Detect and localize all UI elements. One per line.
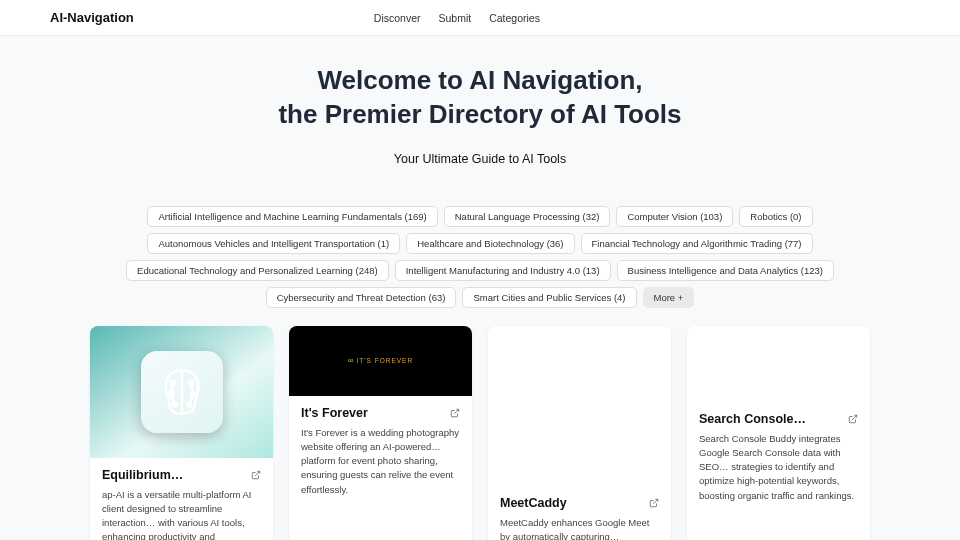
nav-discover[interactable]: Disconver bbox=[374, 12, 421, 24]
category-tag[interactable]: Smart Cities and Public Services (4) bbox=[462, 287, 636, 308]
category-tag[interactable]: Financial Technology and Algorithmic Tra… bbox=[581, 233, 813, 254]
external-link-icon[interactable] bbox=[848, 414, 858, 424]
nav-submit[interactable]: Submit bbox=[438, 12, 471, 24]
hero: Welcome to AI Navigation, the Premier Di… bbox=[0, 36, 960, 178]
header: AI-Navigation Disconver Submit Categorie… bbox=[0, 0, 960, 36]
tool-description: Search Console Buddy integrates Google S… bbox=[699, 432, 858, 503]
tool-thumbnail bbox=[488, 326, 671, 486]
category-tag[interactable]: Business Intelligence and Data Analytics… bbox=[617, 260, 834, 281]
category-tag[interactable]: Autonomous Vehicles and Intelligent Tran… bbox=[147, 233, 400, 254]
tool-title: It's Forever bbox=[301, 406, 368, 420]
title-line-2: the Premier Directory of AI Tools bbox=[278, 99, 681, 129]
brand[interactable]: AI-Navigation bbox=[50, 10, 134, 25]
page-title: Welcome to AI Navigation, the Premier Di… bbox=[0, 64, 960, 132]
nav-categories[interactable]: Categories bbox=[489, 12, 540, 24]
category-tags: Artificial Intelligence and Machine Lear… bbox=[80, 206, 880, 308]
category-tag[interactable]: Intelligent Manufacturing and Industry 4… bbox=[395, 260, 611, 281]
category-tag[interactable]: Natural Language Processing (32) bbox=[444, 206, 611, 227]
tool-description: MeetCaddy enhances Google Meet by automa… bbox=[500, 516, 659, 540]
tool-description: ap-AI is a versatile multi-platform AI c… bbox=[102, 488, 261, 540]
tool-card[interactable]: ∞ IT'S FOREVER It's Forever It's Forever… bbox=[289, 326, 472, 540]
tool-card[interactable]: Equilibrium… ap-AI is a versatile multi-… bbox=[90, 326, 273, 540]
title-line-1: Welcome to AI Navigation, bbox=[317, 65, 642, 95]
tool-card[interactable]: MeetCaddy MeetCaddy enhances Google Meet… bbox=[488, 326, 671, 540]
tool-thumbnail bbox=[90, 326, 273, 458]
more-categories-button[interactable]: More + bbox=[643, 287, 695, 308]
external-link-icon[interactable] bbox=[450, 408, 460, 418]
category-tag[interactable]: Healthcare and Biotechnology (36) bbox=[406, 233, 574, 254]
external-link-icon[interactable] bbox=[251, 470, 261, 480]
category-tag[interactable]: Cybersecurity and Threat Detection (63) bbox=[266, 287, 457, 308]
logo-text: IT'S FOREVER bbox=[357, 357, 414, 364]
tool-title: Search Console… bbox=[699, 412, 806, 426]
external-link-icon[interactable] bbox=[649, 498, 659, 508]
tool-thumbnail bbox=[687, 326, 870, 402]
tool-title: MeetCaddy bbox=[500, 496, 567, 510]
tool-description: It's Forever is a wedding photography we… bbox=[301, 426, 460, 497]
category-tag[interactable]: Educational Technology and Personalized … bbox=[126, 260, 389, 281]
brain-icon bbox=[141, 351, 223, 433]
tool-cards: Equilibrium… ap-AI is a versatile multi-… bbox=[80, 326, 880, 540]
tool-title: Equilibrium… bbox=[102, 468, 183, 482]
page-subtitle: Your Ultimate Guide to AI Tools bbox=[0, 152, 960, 166]
category-tag[interactable]: Robotics (0) bbox=[739, 206, 812, 227]
category-tag[interactable]: Artificial Intelligence and Machine Lear… bbox=[147, 206, 437, 227]
tool-card[interactable]: Search Console… Search Console Buddy int… bbox=[687, 326, 870, 540]
infinity-icon: ∞ bbox=[348, 356, 355, 365]
tool-thumbnail: ∞ IT'S FOREVER bbox=[289, 326, 472, 396]
nav-links: Disconver Submit Categories bbox=[374, 12, 540, 24]
category-tag[interactable]: Computer Vision (103) bbox=[616, 206, 733, 227]
